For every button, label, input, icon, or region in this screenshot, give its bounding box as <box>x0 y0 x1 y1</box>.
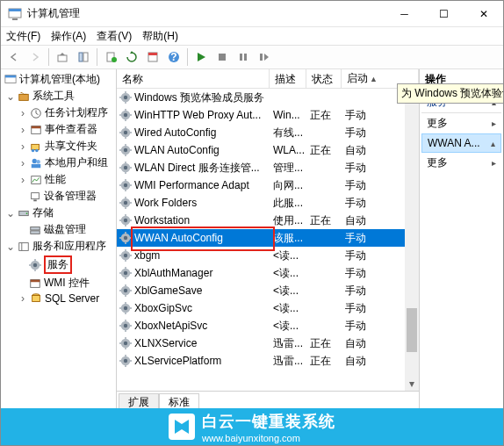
expand-icon[interactable]: › <box>18 157 27 169</box>
service-desc: 向网... <box>270 178 306 193</box>
service-row[interactable]: XboxGipSvc<读...手动 <box>117 299 419 317</box>
scroll-down-button[interactable]: ▾ <box>405 377 419 391</box>
actions-section-selected[interactable]: WWAN A...▴ <box>421 133 501 153</box>
toolbar: ? <box>1 45 503 69</box>
up-button[interactable] <box>53 47 72 67</box>
vertical-scrollbar[interactable]: ▴ ▾ <box>405 89 419 391</box>
expand-icon[interactable]: › <box>18 292 27 305</box>
svg-rect-41 <box>19 242 29 250</box>
service-row[interactable]: XLNXService迅雷...正在自动 <box>117 334 419 352</box>
svg-rect-46 <box>32 296 40 302</box>
collapse-icon[interactable]: ⌄ <box>6 90 15 103</box>
service-row[interactable]: WLAN Direct 服务连接管...管理...手动 <box>117 159 419 176</box>
service-gear-icon <box>119 91 132 104</box>
close-button[interactable]: ✕ <box>464 1 503 26</box>
service-desc: 有线... <box>270 126 306 140</box>
tree-disk-management[interactable]: 磁盘管理 <box>3 221 114 238</box>
menu-view[interactable]: 查看(V) <box>97 29 132 44</box>
services-grid: 名称 描述 状态 启动▲ 为 Windows 预览体验计划提供基础结构支持。 W… <box>117 69 420 410</box>
col-status[interactable]: 状态 <box>306 69 342 88</box>
watermark-brand: 白云一键重装系统 <box>202 411 335 432</box>
tree-shared-folders[interactable]: ›共享文件夹 <box>3 138 114 155</box>
svg-rect-28 <box>32 144 40 149</box>
service-gear-icon <box>119 355 132 367</box>
service-row[interactable]: WWAN AutoConfig该服...手动 <box>117 229 419 247</box>
service-name: XLNXService <box>134 337 197 349</box>
collapse-icon[interactable]: ⌄ <box>6 241 15 253</box>
expand-icon[interactable]: › <box>18 107 27 119</box>
service-row[interactable]: Workstation使用...正在自动 <box>117 212 419 229</box>
service-gear-icon <box>119 109 132 121</box>
service-row[interactable]: Wired AutoConfig有线...手动 <box>117 124 419 141</box>
service-row[interactable]: Windows 预览体验成员服务 <box>117 89 419 106</box>
tree-system-tools[interactable]: ⌄系统工具 <box>3 88 114 104</box>
tree-services-apps[interactable]: ⌄服务和应用程序 <box>3 238 114 255</box>
view-tabs: 扩展 标准 <box>117 391 419 410</box>
tree-performance[interactable]: ›性能 <box>3 171 114 188</box>
service-desc: 该服... <box>270 231 306 246</box>
actions-more-1[interactable]: 更多▸ <box>421 113 501 133</box>
service-row[interactable]: xbgm<读...手动 <box>117 247 419 264</box>
export-button[interactable] <box>101 47 120 67</box>
tree-root[interactable]: 计算机管理(本地) <box>3 71 114 88</box>
maximize-button[interactable]: ☐ <box>424 1 464 26</box>
tree-wmi[interactable]: WMI 控件 <box>3 275 114 291</box>
expand-icon[interactable]: › <box>18 124 27 136</box>
menu-help[interactable]: 帮助(H) <box>142 29 178 44</box>
col-name[interactable]: 名称 <box>117 69 270 88</box>
service-status: 正在 <box>306 213 342 228</box>
service-row[interactable]: XLServicePlatform迅雷...正在自动 <box>117 352 419 370</box>
tree-storage[interactable]: ⌄存储 <box>3 205 114 221</box>
collapse-icon[interactable]: ⌄ <box>6 207 15 219</box>
show-hide-tree-button[interactable] <box>74 47 93 67</box>
tree-local-users[interactable]: ›本地用户和组 <box>3 155 114 171</box>
col-desc[interactable]: 描述 <box>270 69 306 88</box>
service-row[interactable]: WLAN AutoConfigWLA...正在自动 <box>117 141 419 159</box>
tree-sql-server[interactable]: ›SQL Server <box>3 291 114 306</box>
tree-device-manager[interactable]: 设备管理器 <box>3 188 114 205</box>
properties-button[interactable] <box>143 47 162 67</box>
svg-rect-20 <box>244 54 247 61</box>
service-name: WinHTTP Web Proxy Aut... <box>134 109 261 121</box>
service-desc: <读... <box>270 248 306 263</box>
service-gear-icon <box>119 337 132 349</box>
menu-file[interactable]: 文件(F) <box>6 29 40 44</box>
service-name: XLServicePlatform <box>134 355 221 367</box>
actions-more-2[interactable]: 更多▸ <box>421 153 501 173</box>
menu-action[interactable]: 操作(A) <box>51 29 86 44</box>
tree-task-scheduler[interactable]: ›任务计划程序 <box>3 104 114 121</box>
restart-service-button[interactable] <box>255 47 274 67</box>
title-bar: 计算机管理 ─ ☐ ✕ <box>1 1 503 27</box>
svg-rect-18 <box>219 54 226 61</box>
svg-rect-40 <box>31 230 40 234</box>
tree-services[interactable]: 服务 <box>3 255 114 275</box>
pause-service-button[interactable] <box>234 47 253 67</box>
scroll-thumb[interactable] <box>407 308 417 352</box>
service-desc: WLA... <box>270 144 306 156</box>
service-row[interactable]: WMI Performance Adapt向网...手动 <box>117 176 419 194</box>
service-row[interactable]: XblGameSave<读...手动 <box>117 282 419 299</box>
service-gear-icon <box>119 320 132 332</box>
svg-rect-24 <box>19 94 29 100</box>
service-row[interactable]: WinHTTP Web Proxy Aut...Win...正在手动 <box>117 106 419 124</box>
forward-button[interactable] <box>25 47 45 67</box>
window-title: 计算机管理 <box>27 6 385 21</box>
refresh-button[interactable] <box>122 47 141 67</box>
expand-icon[interactable]: › <box>18 140 27 153</box>
start-service-button[interactable] <box>191 47 211 67</box>
tree-event-viewer[interactable]: ›事件查看器 <box>3 121 114 138</box>
back-button[interactable] <box>4 47 24 67</box>
service-row[interactable]: XboxNetApiSvc<读...手动 <box>117 317 419 334</box>
help-button[interactable]: ? <box>164 47 184 67</box>
nav-tree[interactable]: 计算机管理(本地) ⌄系统工具 ›任务计划程序 ›事件查看器 ›共享文件夹 ›本… <box>1 69 117 410</box>
service-row[interactable]: Work Folders此服...手动 <box>117 194 419 212</box>
service-name: WLAN Direct 服务连接管... <box>134 161 260 176</box>
service-row[interactable]: XblAuthManager<读...手动 <box>117 264 419 282</box>
svg-rect-11 <box>83 53 88 61</box>
minimize-button[interactable]: ─ <box>385 1 424 26</box>
svg-rect-23 <box>5 75 16 77</box>
expand-icon[interactable]: › <box>18 174 27 186</box>
sort-asc-icon: ▲ <box>370 75 378 83</box>
app-icon <box>8 7 22 21</box>
stop-service-button[interactable] <box>212 47 232 67</box>
